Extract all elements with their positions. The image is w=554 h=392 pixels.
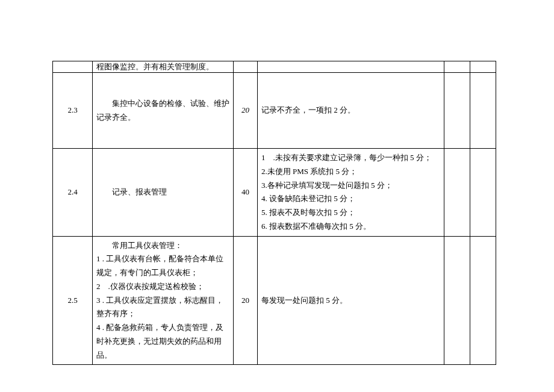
assessment-table: 程图像监控。并有相关管理制度。 2.3 集控中心设备的检修、试验、维护记录齐全。…	[52, 61, 496, 365]
cell-description: 常用工具仪表管理： 1 . 工具仪表有台帐，配备符合本单位规定，有专门的工具仪表…	[93, 236, 234, 365]
cell-index: 2.4	[53, 149, 93, 237]
cell-extra-b	[470, 73, 496, 149]
cell-extra-a	[444, 61, 470, 73]
cell-extra-b	[470, 61, 496, 73]
cell-score	[234, 61, 258, 73]
table-row: 2.5 常用工具仪表管理： 1 . 工具仪表有台帐，配备符合本单位规定，有专门的…	[53, 236, 496, 365]
table-row: 程图像监控。并有相关管理制度。	[53, 61, 496, 73]
cell-extra-b	[470, 149, 496, 237]
table-row: 2.4 记录、报表管理 40 1 .未按有关要求建立记录簿，每少一种扣 5 分；…	[53, 149, 496, 237]
cell-extra-b	[470, 236, 496, 365]
cell-description: 集控中心设备的检修、试验、维护记录齐全。	[93, 73, 234, 149]
cell-criteria: 记录不齐全，一项扣 2 分。	[258, 73, 444, 149]
cell-criteria	[258, 61, 444, 73]
cell-score: 20	[234, 73, 258, 149]
cell-criteria: 每发现一处问题扣 5 分。	[258, 236, 444, 365]
cell-score: 40	[234, 149, 258, 237]
cell-score: 20	[234, 236, 258, 365]
cell-description: 程图像监控。并有相关管理制度。	[93, 61, 234, 73]
table-row: 2.3 集控中心设备的检修、试验、维护记录齐全。 20 记录不齐全，一项扣 2 …	[53, 73, 496, 149]
cell-index: 2.3	[53, 73, 93, 149]
cell-extra-a	[444, 236, 470, 365]
cell-index	[53, 61, 93, 73]
cell-extra-a	[444, 73, 470, 149]
cell-description: 记录、报表管理	[93, 149, 234, 237]
cell-index: 2.5	[53, 236, 93, 365]
cell-extra-a	[444, 149, 470, 237]
cell-criteria: 1 .未按有关要求建立记录簿，每少一种扣 5 分； 2.未使用 PMS 系统扣 …	[258, 149, 444, 237]
